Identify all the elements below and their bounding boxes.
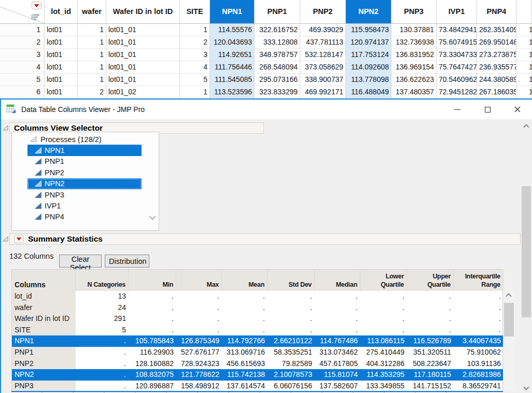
summary-cell[interactable]: . <box>315 325 360 336</box>
summary-cell[interactable]: . <box>76 381 129 392</box>
column-header-ivp1[interactable]: IVP1 <box>437 0 477 24</box>
row-number[interactable]: 4 <box>0 61 45 74</box>
cell-wafer-id-in-lot-id[interactable]: lot01_01 <box>106 74 180 86</box>
row-number[interactable]: 2 <box>0 36 45 49</box>
summary-cell[interactable]: 58.3535251 <box>268 347 315 358</box>
cell-pnp1[interactable]: 322.616752 <box>255 24 300 36</box>
summary-cell[interactable]: 116.29903 <box>129 347 176 358</box>
summary-row-name[interactable]: PNP1 <box>12 347 76 358</box>
cell-wafer-id-in-lot-id[interactable]: lot01_01 <box>106 24 180 36</box>
cell-site[interactable]: 2 <box>180 36 210 49</box>
cell-pnp3[interactable]: 132.736938 <box>391 36 437 49</box>
summary-cell[interactable]: . <box>407 291 454 302</box>
cell-site[interactable]: 3 <box>180 49 210 61</box>
cell-partial[interactable]: 1 <box>516 86 532 99</box>
cell-pnp4[interactable]: 262.351409 <box>477 24 516 36</box>
cell-pnp2[interactable]: 469.39029 <box>300 24 346 36</box>
cell-npn2[interactable]: 113.778098 <box>346 74 391 86</box>
cell-pnp1[interactable]: 323.833299 <box>255 86 300 99</box>
tree-item-pnp2[interactable]: PNP2 <box>27 167 142 178</box>
cell-lot-id[interactable]: lot01 <box>45 24 78 36</box>
summary-cell[interactable]: 24 <box>76 302 129 314</box>
distribution-button[interactable]: Distribution <box>105 255 149 268</box>
cell-pnp4[interactable]: 244.380589 <box>477 74 516 86</box>
red-triangle-menu-icon[interactable] <box>14 235 24 243</box>
minimize-button[interactable] <box>446 102 469 117</box>
cell-pnp2[interactable]: 373.058629 <box>300 61 346 74</box>
cell-wafer[interactable]: 1 <box>78 24 106 36</box>
cell-site[interactable]: 5 <box>180 74 210 86</box>
summary-cell[interactable]: 3.44067435 <box>454 335 503 347</box>
summary-cell[interactable]: . <box>129 313 176 325</box>
summary-cell[interactable]: . <box>315 291 360 302</box>
summary-cell[interactable]: 108.832075 <box>129 369 176 381</box>
summary-row-name[interactable]: NPN1 <box>12 335 76 347</box>
cell-ivp1[interactable]: 75.7647427 <box>437 61 477 74</box>
cell-partial[interactable]: 1 <box>516 24 532 36</box>
cell-pnp2[interactable]: 437.781113 <box>300 36 346 49</box>
cell-pnp4[interactable]: 269.950148 <box>477 36 516 49</box>
scroll-up-icon[interactable] <box>523 124 529 130</box>
summary-cell[interactable]: 404.312286 <box>360 358 407 370</box>
rows-panel-icon[interactable] <box>32 13 39 23</box>
summary-cell[interactable]: . <box>268 302 315 314</box>
disclosure-triangle-icon[interactable] <box>3 235 8 243</box>
cell-lot-id[interactable]: lot01 <box>45 49 78 61</box>
summary-cell[interactable]: 113.086115 <box>360 335 407 347</box>
summary-header-4[interactable]: Mean <box>222 270 268 291</box>
summary-cell[interactable]: 13 <box>76 291 129 302</box>
cell-lot-id[interactable]: lot01 <box>45 74 78 86</box>
summary-header-6[interactable]: Median <box>315 270 360 291</box>
summary-cell[interactable]: . <box>360 291 407 302</box>
summary-cell[interactable]: 456.615693 <box>222 358 268 370</box>
close-button[interactable] <box>506 102 529 117</box>
cell-npn1[interactable]: 111.545085 <box>210 74 255 86</box>
summary-cell[interactable]: . <box>407 325 454 336</box>
cell-partial[interactable]: 1 <box>516 36 532 49</box>
column-header-wafer-id-in-lot-id[interactable]: Wafer ID in lot ID <box>106 0 180 24</box>
summary-cell[interactable]: 2.10078573 <box>268 369 315 381</box>
cell-partial[interactable]: 1 <box>516 49 532 61</box>
summary-cell[interactable]: 158.498912 <box>176 381 222 392</box>
cell-pnp2[interactable]: 532.128147 <box>300 49 346 61</box>
summary-cell[interactable]: 8.36529741 <box>454 381 503 392</box>
summary-cell[interactable]: 2.82681986 <box>454 369 503 381</box>
tree-item-pnp3[interactable]: PNP3 <box>27 189 142 200</box>
summary-cell[interactable]: 351.320511 <box>407 347 454 358</box>
summary-cell[interactable]: . <box>360 325 407 336</box>
summary-cell[interactable]: 291 <box>76 313 129 325</box>
column-header-pnp2[interactable]: PNP2 <box>300 0 346 24</box>
cell-npn1[interactable]: 113.523596 <box>210 86 255 99</box>
summary-cell[interactable]: 2.66210122 <box>268 335 315 347</box>
summary-cell[interactable]: 275.410449 <box>360 347 407 358</box>
row-number[interactable]: 3 <box>0 49 45 61</box>
column-header-pnp3[interactable]: PNP3 <box>391 0 437 24</box>
cell-npn1[interactable]: 120.043693 <box>210 36 255 49</box>
cell-npn1[interactable]: 111.756446 <box>210 61 255 74</box>
summary-cell[interactable]: 115.742138 <box>222 369 268 381</box>
summary-cell[interactable]: . <box>129 325 176 336</box>
summary-cell[interactable]: . <box>315 313 360 325</box>
cell-site[interactable]: 1 <box>180 24 210 36</box>
cell-partial[interactable]: 1 <box>516 61 532 74</box>
disclosure-triangle-icon[interactable] <box>3 124 8 132</box>
summary-row-name[interactable]: PNP3 <box>12 381 76 392</box>
maximize-button[interactable] <box>476 102 499 117</box>
cell-wafer[interactable]: 2 <box>78 86 106 99</box>
summary-cell[interactable]: . <box>222 313 268 325</box>
cell-pnp3[interactable]: 136.831952 <box>391 49 437 61</box>
tree-root-processes[interactable]: Processes (128/2) <box>12 134 148 145</box>
summary-cell[interactable]: . <box>176 291 222 302</box>
summary-cell[interactable]: . <box>454 291 503 302</box>
summary-cell[interactable]: 116.526789 <box>407 335 454 347</box>
summary-cell[interactable]: 6.06076156 <box>268 381 315 392</box>
summary-row-name[interactable]: Wafer ID in lot ID <box>12 313 76 325</box>
summary-cell[interactable]: . <box>360 313 407 325</box>
summary-cell[interactable]: . <box>407 313 454 325</box>
summary-cell[interactable]: 114.767486 <box>315 335 360 347</box>
column-header-pnp4[interactable]: PNP4 <box>477 0 516 24</box>
summary-cell[interactable]: . <box>176 313 222 325</box>
cell-pnp4[interactable]: 273.273875 <box>477 49 516 61</box>
cell-npn2[interactable]: 117.753124 <box>346 49 391 61</box>
summary-header-1[interactable]: N Categories <box>76 270 129 291</box>
